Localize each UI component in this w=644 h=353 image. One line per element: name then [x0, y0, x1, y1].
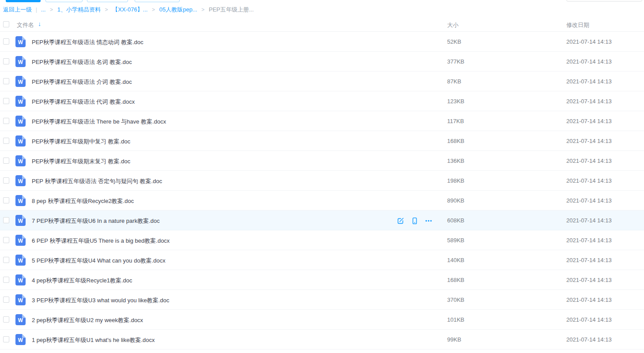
file-date: 2021-07-14 14:13 — [566, 257, 612, 263]
file-size: 168KB — [447, 277, 464, 283]
file-date: 2021-07-14 14:13 — [566, 297, 612, 303]
file-size: 608KB — [447, 217, 464, 224]
toolbar-button-2[interactable] — [45, 0, 83, 2]
breadcrumb-item-1[interactable]: 1、小学精品资料 — [57, 6, 101, 13]
row-checkbox[interactable] — [3, 197, 9, 203]
file-size: 123KB — [447, 98, 464, 105]
file-size: 136KB — [447, 158, 464, 164]
file-name-link[interactable]: PEP秋季课程五年级期中复习 教案.doc — [32, 138, 130, 146]
breadcrumb-separator: > — [50, 7, 53, 13]
table-row[interactable]: W PEP秋季课程五年级语法 情态动词 教案.doc — [0, 32, 644, 52]
row-checkbox[interactable] — [3, 277, 9, 283]
file-name-link[interactable]: 6 PEP 秋季课程五年级U5 There is a big bed教案.doc… — [32, 237, 169, 245]
rename-icon[interactable] — [396, 217, 404, 225]
breadcrumb-item-2[interactable]: 【XX-076】... — [112, 6, 147, 13]
file-date: 2021-07-14 14:13 — [566, 138, 612, 144]
breadcrumb-separator: > — [152, 7, 155, 13]
file-name-link[interactable]: 5 PEP秋季课程五年级U4 What can you do教案.docx — [32, 257, 166, 265]
word-file-icon: W — [15, 314, 26, 325]
file-size: 99KB — [447, 336, 461, 343]
table-row[interactable]: W 7 PEP秋季课程五年级U6 In a nature park教案.doc — [0, 210, 644, 230]
table-row[interactable]: W PEP秋季课程五年级期中复习 教案.doc — [0, 131, 644, 151]
column-header-date[interactable]: 修改日期 — [566, 21, 589, 29]
row-checkbox[interactable] — [3, 336, 9, 342]
table-row[interactable]: W PEP秋季课程五年级语法 代词 教案.docx — [0, 91, 644, 111]
file-name-link[interactable]: 2 pep秋季课程五年级U2 my week教案.docx — [32, 316, 143, 324]
word-file-icon: W — [15, 56, 26, 67]
row-checkbox[interactable] — [3, 138, 9, 144]
select-all-checkbox[interactable] — [3, 21, 9, 27]
file-size: 101KB — [447, 316, 464, 323]
back-to-parent-link[interactable]: 返回上一级 — [3, 6, 32, 13]
row-checkbox[interactable] — [3, 78, 9, 84]
mobile-preview-icon[interactable] — [411, 217, 418, 225]
word-file-icon: W — [15, 255, 26, 266]
file-date: 2021-07-14 14:13 — [566, 58, 612, 65]
file-date: 2021-07-14 14:13 — [566, 158, 612, 164]
file-date: 2021-07-14 14:13 — [566, 316, 612, 323]
file-size: 87KB — [447, 78, 461, 85]
word-file-icon: W — [15, 274, 26, 285]
file-name-link[interactable]: 1 pep秋季课程五年级U1 what's he like教案.docx — [32, 336, 154, 344]
toolbar-button-primary[interactable] — [6, 0, 41, 2]
table-row[interactable]: W PEP秋季课程五年级语法 名词 教案.doc — [0, 52, 644, 71]
file-name-link[interactable]: PEP秋季课程五年级语法 代词 教案.docx — [32, 98, 135, 106]
file-date: 2021-07-14 14:13 — [566, 237, 612, 244]
table-row[interactable]: W 5 PEP秋季课程五年级U4 What can you do教案.docx — [0, 250, 644, 270]
row-checkbox[interactable] — [3, 38, 9, 45]
file-name-link[interactable]: 3 PEP秋季课程五年级U3 what would you like教案.doc — [32, 297, 169, 304]
row-checkbox[interactable] — [3, 177, 9, 184]
toolbar-button-4[interactable] — [135, 0, 180, 2]
word-file-icon: W — [15, 36, 26, 47]
file-name-link[interactable]: PEP秋季课程五年级语法 情态动词 教案.doc — [32, 38, 143, 46]
table-row[interactable]: W PEP秋季课程五年级语法 There be 与have 教案.docx — [0, 111, 644, 131]
row-checkbox[interactable] — [3, 158, 9, 164]
table-row[interactable]: W 6 PEP 秋季课程五年级U5 There is a big bed教案.d… — [0, 230, 644, 250]
file-name-link[interactable]: PEP秋季课程五年级语法 介词 教案.doc — [32, 78, 132, 86]
file-name-link[interactable]: 7 PEP秋季课程五年级U6 In a nature park教案.doc — [32, 217, 160, 225]
row-checkbox[interactable] — [3, 237, 9, 243]
file-date: 2021-07-14 14:13 — [566, 98, 612, 105]
word-file-icon: W — [15, 215, 26, 226]
word-file-icon: W — [15, 175, 26, 186]
file-name-link[interactable]: 4 pep秋季课程五年级Recycle1教案.doc — [32, 277, 132, 285]
file-name-link[interactable]: PEP秋季课程五年级语法 There be 与have 教案.docx — [32, 118, 166, 126]
file-name-link[interactable]: 8 pep 秋季课程五年级Recycle2教案.doc — [32, 197, 134, 205]
file-size: 52KB — [447, 38, 461, 45]
row-checkbox[interactable] — [3, 58, 9, 64]
row-checkbox[interactable] — [3, 297, 9, 303]
file-name-link[interactable]: PEP 秋季课程五年级语法 否定句与疑问句 教案.doc — [32, 177, 162, 185]
search-box[interactable] — [566, 0, 642, 2]
row-checkbox[interactable] — [3, 118, 9, 124]
column-header-size[interactable]: 大小 — [447, 21, 459, 29]
file-size: 140KB — [447, 257, 464, 263]
row-checkbox[interactable] — [3, 316, 9, 323]
file-size: 589KB — [447, 237, 464, 244]
breadcrumb-divider: | — [36, 6, 37, 13]
row-checkbox[interactable] — [3, 257, 9, 263]
table-row[interactable]: W 2 pep秋季课程五年级U2 my week教案.docx — [0, 310, 644, 330]
table-row[interactable]: W 3 PEP秋季课程五年级U3 what would you like教案.d… — [0, 290, 644, 310]
column-header-filename[interactable]: 文件名 — [17, 21, 34, 29]
breadcrumb-item-3[interactable]: 05人教版pep... — [159, 6, 197, 13]
toolbar-button-3[interactable] — [87, 0, 128, 2]
more-actions-icon[interactable] — [425, 217, 433, 225]
file-date: 2021-07-14 14:13 — [566, 217, 612, 224]
table-row[interactable]: W 1 pep秋季课程五年级U1 what's he like教案.docx — [0, 330, 644, 349]
row-checkbox[interactable] — [3, 217, 9, 223]
table-row[interactable]: W PEP秋季课程五年级期末复习 教案.doc — [0, 151, 644, 171]
file-name-link[interactable]: PEP秋季课程五年级语法 名词 教案.doc — [32, 58, 132, 66]
sort-descending-icon[interactable]: ↓ — [38, 20, 41, 27]
file-size: 890KB — [447, 197, 464, 204]
table-row[interactable]: W PEP秋季课程五年级语法 介词 教案.doc — [0, 71, 644, 91]
word-file-icon: W — [15, 116, 26, 127]
breadcrumb-item-ellipsis[interactable]: ... — [41, 6, 46, 13]
file-name-link[interactable]: PEP秋季课程五年级期末复习 教案.doc — [32, 158, 130, 165]
file-list: W PEP秋季课程五年级语法 情态动词 教案.doc — [0, 32, 644, 349]
file-size: 370KB — [447, 297, 464, 303]
file-date: 2021-07-14 14:13 — [566, 38, 612, 45]
table-row[interactable]: W 8 pep 秋季课程五年级Recycle2教案.doc — [0, 191, 644, 210]
table-row[interactable]: W PEP 秋季课程五年级语法 否定句与疑问句 教案.doc — [0, 171, 644, 191]
table-row[interactable]: W 4 pep秋季课程五年级Recycle1教案.doc — [0, 270, 644, 290]
row-checkbox[interactable] — [3, 98, 9, 104]
